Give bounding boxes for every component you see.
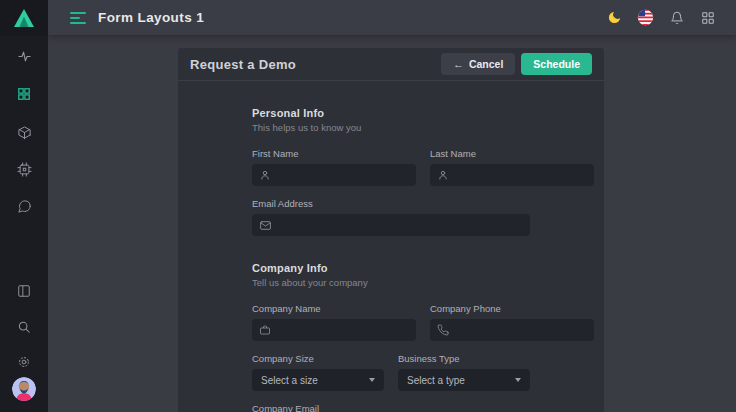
page-title: Form Layouts 1 bbox=[98, 10, 204, 25]
apps-grid-icon bbox=[701, 11, 715, 25]
columns-layout-icon bbox=[17, 284, 31, 298]
sidebar-item-dashboard[interactable] bbox=[0, 81, 48, 107]
sidebar-item-elements[interactable] bbox=[0, 156, 48, 182]
notifications-button[interactable] bbox=[668, 9, 685, 26]
last-name-field: Last Name bbox=[430, 148, 594, 186]
company-size-label: Company Size bbox=[252, 353, 384, 364]
card-title: Request a Demo bbox=[190, 57, 296, 72]
first-name-field: First Name bbox=[252, 148, 416, 186]
email-field: Email Address bbox=[252, 198, 530, 236]
mail-icon bbox=[259, 219, 272, 232]
phone-icon bbox=[437, 324, 449, 336]
company-email-field: Company Email bbox=[252, 403, 530, 412]
company-size-field: Company Size Select a size bbox=[252, 353, 384, 391]
sidebar-item-search[interactable] bbox=[0, 314, 48, 340]
request-demo-card: Request a Demo ← Cancel Schedule Persona… bbox=[178, 48, 604, 412]
sidebar-item-layouts[interactable] bbox=[0, 278, 48, 304]
cancel-button[interactable]: ← Cancel bbox=[441, 53, 515, 75]
person-icon bbox=[259, 169, 271, 181]
bell-icon bbox=[670, 11, 684, 25]
us-flag-icon bbox=[637, 9, 654, 26]
card-actions: ← Cancel Schedule bbox=[441, 53, 592, 75]
chat-icon bbox=[17, 199, 32, 214]
business-type-label: Business Type bbox=[398, 353, 530, 364]
sidebar-item-components[interactable] bbox=[0, 119, 48, 145]
email-label: Email Address bbox=[252, 198, 530, 209]
card-header: Request a Demo ← Cancel Schedule bbox=[178, 48, 604, 81]
section-heading: Personal Info bbox=[252, 107, 530, 119]
settings-icon bbox=[17, 355, 31, 369]
apps-menu-button[interactable] bbox=[699, 9, 716, 26]
demo-form: Personal Info This helps us to know you … bbox=[252, 107, 530, 412]
company-phone-field: Company Phone bbox=[430, 303, 594, 341]
company-phone-input[interactable] bbox=[455, 325, 587, 336]
avatar-image bbox=[12, 377, 36, 401]
person-icon bbox=[437, 169, 449, 181]
search-icon bbox=[17, 320, 31, 334]
main-content: Request a Demo ← Cancel Schedule Persona… bbox=[48, 35, 736, 412]
schedule-button-label: Schedule bbox=[533, 58, 580, 70]
section-subheading: Tell us about your company bbox=[252, 277, 530, 288]
briefcase-icon bbox=[259, 324, 271, 336]
company-name-input[interactable] bbox=[277, 325, 409, 336]
sidebar-item-settings[interactable] bbox=[0, 349, 48, 375]
sidebar-item-activity[interactable] bbox=[0, 43, 48, 69]
company-name-field: Company Name bbox=[252, 303, 416, 341]
cpu-icon bbox=[17, 162, 32, 177]
company-size-placeholder: Select a size bbox=[261, 375, 369, 386]
sidebar bbox=[0, 0, 48, 412]
moon-icon bbox=[607, 10, 622, 25]
user-avatar[interactable] bbox=[12, 377, 36, 401]
section-heading: Company Info bbox=[252, 262, 530, 274]
topbar-actions bbox=[606, 9, 716, 26]
personal-info-section-header: Personal Info This helps us to know you bbox=[252, 107, 530, 133]
business-type-placeholder: Select a type bbox=[407, 375, 515, 386]
company-phone-label: Company Phone bbox=[430, 303, 594, 314]
chevron-down-icon bbox=[369, 378, 375, 382]
hamburger-icon bbox=[70, 12, 86, 14]
first-name-input[interactable] bbox=[277, 170, 409, 181]
left-arrow-icon: ← bbox=[453, 59, 464, 70]
company-name-label: Company Name bbox=[252, 303, 416, 314]
section-subheading: This helps us to know you bbox=[252, 122, 530, 133]
business-type-select[interactable]: Select a type bbox=[398, 369, 530, 391]
email-input[interactable] bbox=[278, 220, 523, 231]
chevron-down-icon bbox=[515, 378, 521, 382]
company-email-label: Company Email bbox=[252, 403, 530, 412]
language-selector-button[interactable] bbox=[637, 9, 654, 26]
logo-triangle-icon bbox=[13, 8, 35, 28]
first-name-label: First Name bbox=[252, 148, 416, 159]
top-header-bar: Form Layouts 1 bbox=[48, 0, 736, 35]
cancel-button-label: Cancel bbox=[469, 58, 503, 70]
last-name-input[interactable] bbox=[455, 170, 587, 181]
activity-icon bbox=[17, 49, 32, 64]
business-type-field: Business Type Select a type bbox=[398, 353, 530, 391]
app-logo[interactable] bbox=[0, 0, 48, 36]
menu-toggle-button[interactable] bbox=[70, 12, 86, 24]
schedule-button[interactable]: Schedule bbox=[521, 53, 592, 75]
company-info-section-header: Company Info Tell us about your company bbox=[252, 262, 530, 288]
sidebar-item-chat[interactable] bbox=[0, 193, 48, 219]
package-icon bbox=[17, 125, 32, 140]
last-name-label: Last Name bbox=[430, 148, 594, 159]
dashboard-grid-icon bbox=[17, 87, 31, 101]
company-size-select[interactable]: Select a size bbox=[252, 369, 384, 391]
theme-toggle-button[interactable] bbox=[606, 9, 623, 26]
